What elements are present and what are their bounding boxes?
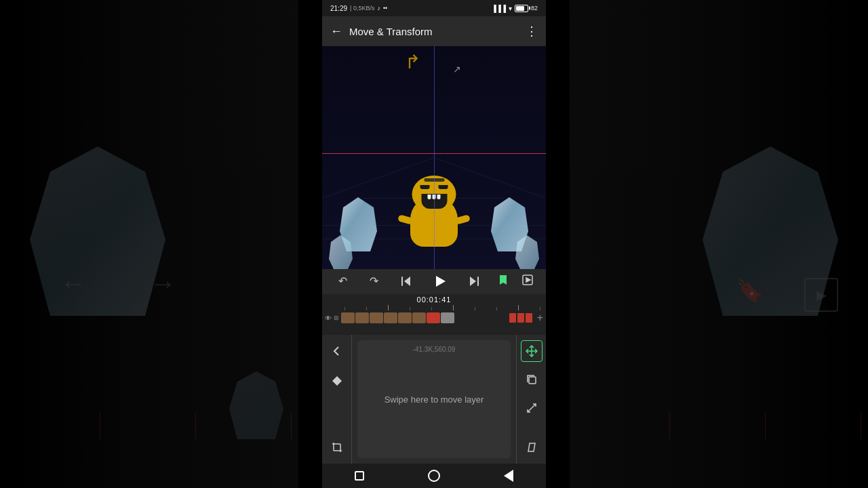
clip-5 xyxy=(398,312,412,323)
timeline-track-row: 👁 ⊞ + xyxy=(322,310,546,325)
wifi-icon: ▾ xyxy=(509,5,512,12)
red-bar-2 xyxy=(517,313,524,323)
arrow-indicator: ↗ xyxy=(453,64,461,75)
bottom-panel: -41.3K,560.09 Swipe here to move layer xyxy=(322,335,546,464)
svg-marker-10 xyxy=(404,277,410,286)
go-end-button[interactable] xyxy=(465,274,484,288)
signal-icon: ▐▐▐ xyxy=(492,5,506,12)
right-toolbar xyxy=(516,335,546,464)
redo-button[interactable]: ↷ xyxy=(366,273,382,289)
svg-marker-22 xyxy=(528,443,535,451)
svg-line-21 xyxy=(528,408,532,412)
svg-rect-9 xyxy=(401,277,403,286)
status-more: •• xyxy=(383,5,387,12)
top-bar: ← Move & Transform ⋮ xyxy=(322,16,546,46)
undo-button[interactable]: ↶ xyxy=(334,273,351,289)
svg-marker-16 xyxy=(332,376,342,386)
expand-tool-button[interactable] xyxy=(521,397,542,419)
controls-bar: ↶ ↷ xyxy=(322,269,546,294)
time-display: 00:01:41 xyxy=(322,294,546,304)
page-title: Move & Transform xyxy=(349,26,526,37)
move-tool-button[interactable] xyxy=(521,340,542,362)
clip-1 xyxy=(341,312,355,323)
add-track-button[interactable]: + xyxy=(537,312,543,324)
red-bar-3 xyxy=(526,313,532,323)
svg-marker-7 xyxy=(329,235,353,269)
svg-marker-13 xyxy=(470,277,476,286)
scene-canvas: ↗ ↱ xyxy=(322,46,546,269)
nav-back-button[interactable] xyxy=(495,462,522,488)
export-button[interactable] xyxy=(522,274,533,288)
eye-icon[interactable]: 👁 xyxy=(325,314,332,322)
timeline-clips[interactable] xyxy=(341,312,506,323)
phone-frame: 21:29 | 0,5KB/s ♪ •• ▐▐▐ ▾ 82 ← Move & T… xyxy=(322,0,546,488)
battery-icon xyxy=(515,5,528,12)
back-tool-button[interactable] xyxy=(326,340,348,362)
svg-rect-19 xyxy=(529,377,536,384)
status-time: 21:29 xyxy=(330,5,347,12)
swipe-instruction: Swipe here to move layer xyxy=(384,394,484,405)
crystal-small-left xyxy=(329,235,353,269)
clip-3 xyxy=(370,312,383,323)
svg-rect-12 xyxy=(477,277,479,286)
svg-marker-11 xyxy=(436,276,446,287)
svg-marker-8 xyxy=(515,235,539,269)
status-music: ♪ xyxy=(377,5,380,12)
red-bar-1 xyxy=(509,313,516,323)
left-toolbar xyxy=(322,335,352,464)
layer-icon: ⊞ xyxy=(334,314,339,321)
play-button[interactable] xyxy=(430,274,450,289)
video-preview[interactable]: ↗ ↱ xyxy=(322,46,546,269)
position-coordinates: -41.3K,560.09 xyxy=(413,346,456,353)
status-bar: 21:29 | 0,5KB/s ♪ •• ▐▐▐ ▾ 82 xyxy=(322,0,546,16)
navigation-bar xyxy=(322,464,546,488)
jake-hair-arrow: ↱ xyxy=(405,51,420,73)
keyframe-button[interactable] xyxy=(326,370,348,392)
battery-pct: 82 xyxy=(531,5,538,12)
swipe-area[interactable]: -41.3K,560.09 Swipe here to move layer xyxy=(357,340,511,458)
nav-home-button[interactable] xyxy=(420,462,448,488)
clip-playhead xyxy=(441,312,454,323)
nav-back-icon xyxy=(504,470,513,482)
nav-square-icon xyxy=(355,471,364,481)
clip-4 xyxy=(384,312,397,323)
clip-red xyxy=(427,312,440,323)
copy-tool-button[interactable] xyxy=(521,369,542,390)
clip-2 xyxy=(355,312,369,323)
svg-marker-15 xyxy=(526,278,530,282)
clip-6 xyxy=(412,312,426,323)
nav-square-button[interactable] xyxy=(346,462,373,488)
nav-circle-icon xyxy=(428,470,440,482)
crop-button[interactable] xyxy=(326,436,348,458)
svg-line-20 xyxy=(532,404,536,408)
vertical-crosshair xyxy=(434,46,435,269)
status-data: | 0,5KB/s xyxy=(350,5,374,12)
skew-tool-button[interactable] xyxy=(521,436,542,458)
go-start-button[interactable] xyxy=(397,274,416,288)
timeline[interactable]: 00:01:41 👁 ⊞ xyxy=(322,294,546,335)
more-options-button[interactable]: ⋮ xyxy=(526,24,538,39)
back-button[interactable]: ← xyxy=(330,24,342,39)
bookmark-button[interactable] xyxy=(498,274,509,288)
crystal-small-right xyxy=(515,235,539,269)
